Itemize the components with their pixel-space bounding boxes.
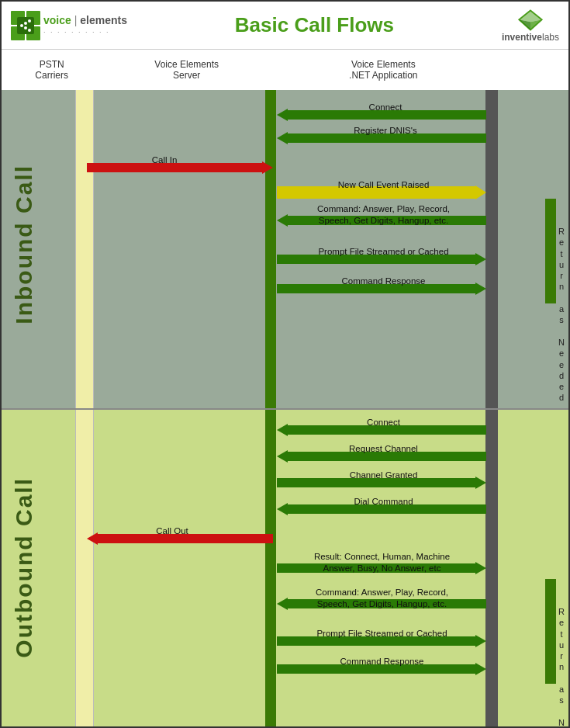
svg-point-9 [28, 29, 31, 32]
svg-point-7 [28, 19, 31, 23]
command-answer-label: Command: Answer, Play, Record,Speech, Ge… [285, 203, 482, 227]
command-response-label: Command Response [285, 276, 482, 286]
svg-point-5 [20, 24, 23, 27]
prompt-file-label: Prompt File Streamed or Cached [285, 247, 482, 256]
connect-in-label: Connect [288, 102, 482, 112]
page: voice | elements · · · · · · · · · · Bas… [0, 0, 570, 728]
section-divider [2, 408, 568, 410]
svg-point-8 [24, 26, 27, 29]
new-call-event-label: New Call Event Raised [285, 180, 482, 189]
voice-elements-logo-icon [11, 11, 40, 40]
prompt-file-out-label: Prompt File Streamed or Cached [279, 629, 485, 638]
svg-rect-4 [17, 17, 34, 34]
col-header-pstn: PSTNCarriers [2, 50, 102, 90]
voice-elements-logo: voice | elements · · · · · · · · · · [11, 11, 127, 40]
col-header-ve-app: Voice Elements.NET Application [271, 50, 495, 90]
outbound-label-container: Outbound Call [11, 421, 37, 713]
request-channel-label: Request Channel [285, 444, 482, 453]
command-response-out-label: Command Response [279, 657, 485, 666]
return-inbound-label: ReturnasNeeded [556, 226, 567, 404]
page-title: Basic Call Flows [235, 13, 394, 37]
inventive-labs-logo: inventivelabs [502, 9, 559, 43]
svg-point-6 [24, 22, 27, 25]
outbound-label: Outbound Call [11, 477, 37, 658]
column-headers: PSTNCarriers Voice ElementsServer Voice … [2, 50, 568, 90]
inventive-labs-icon [513, 9, 548, 32]
voice-elements-logo-text: voice | elements · · · · · · · · · · [43, 15, 127, 36]
register-dnis-label: Register DNIS's [288, 126, 482, 135]
inbound-label-container: Inbound Call [11, 98, 37, 390]
return-bar-inbound [545, 199, 556, 303]
col-header-ve-server: Voice ElementsServer [102, 50, 271, 90]
call-in-label: Call In [102, 155, 226, 165]
call-out-label: Call Out [110, 526, 234, 536]
result-connect-label: Result: Connect, Human, MachineAnswer, B… [279, 551, 485, 574]
return-outbound-label: ReturnasNeeded [556, 606, 567, 728]
inbound-label: Inbound Call [11, 165, 37, 324]
inventive-labs-text: inventivelabs [502, 32, 559, 43]
dial-command-label: Dial Command [285, 497, 482, 506]
return-bar-outbound [545, 579, 556, 684]
channel-granted-label: Channel Granted [285, 470, 482, 480]
command-answer-out-label: Command: Answer, Play, Record,Speech, Ge… [279, 587, 485, 610]
header: voice | elements · · · · · · · · · · Bas… [2, 2, 568, 50]
connect-out-label: Connect [285, 418, 482, 427]
diagram: Inbound Call Outbound Call Connect Regis… [2, 90, 568, 726]
